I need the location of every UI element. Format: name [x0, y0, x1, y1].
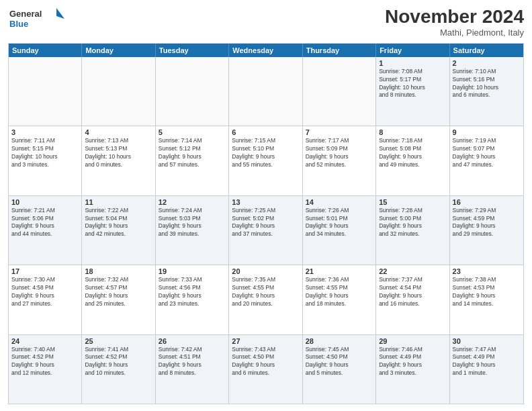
day-number: 19	[159, 267, 226, 275]
day-cell-1: 1Sunrise: 7:08 AM Sunset: 5:17 PM Daylig…	[376, 57, 449, 126]
day-number: 10	[11, 198, 79, 206]
day-cell-23: 23Sunrise: 7:38 AM Sunset: 4:53 PM Dayli…	[450, 265, 523, 334]
day-info: Sunrise: 7:15 AM Sunset: 5:10 PM Dayligh…	[232, 137, 299, 169]
day-cell-empty-0-2	[156, 57, 229, 126]
day-number: 5	[159, 128, 226, 136]
day-number: 12	[159, 198, 226, 206]
day-info: Sunrise: 7:25 AM Sunset: 5:02 PM Dayligh…	[232, 207, 299, 239]
day-info: Sunrise: 7:21 AM Sunset: 5:06 PM Dayligh…	[11, 207, 79, 239]
day-info: Sunrise: 7:40 AM Sunset: 4:52 PM Dayligh…	[11, 346, 79, 378]
day-info: Sunrise: 7:17 AM Sunset: 5:09 PM Dayligh…	[306, 137, 373, 169]
day-info: Sunrise: 7:35 AM Sunset: 4:55 PM Dayligh…	[232, 276, 299, 308]
day-number: 30	[453, 337, 521, 345]
day-info: Sunrise: 7:13 AM Sunset: 5:13 PM Dayligh…	[85, 137, 152, 169]
day-cell-empty-0-0	[9, 57, 82, 126]
logo-svg: General Blue	[8, 7, 69, 31]
day-cell-26: 26Sunrise: 7:42 AM Sunset: 4:51 PM Dayli…	[156, 335, 229, 404]
day-cell-empty-0-3	[229, 57, 302, 126]
day-number: 14	[306, 198, 373, 206]
week-row-4: 24Sunrise: 7:40 AM Sunset: 4:52 PM Dayli…	[9, 335, 523, 404]
day-cell-30: 30Sunrise: 7:47 AM Sunset: 4:49 PM Dayli…	[450, 335, 523, 404]
day-cell-19: 19Sunrise: 7:33 AM Sunset: 4:56 PM Dayli…	[156, 265, 229, 334]
day-cell-15: 15Sunrise: 7:28 AM Sunset: 5:00 PM Dayli…	[376, 196, 449, 265]
day-info: Sunrise: 7:45 AM Sunset: 4:50 PM Dayligh…	[306, 346, 373, 378]
day-cell-28: 28Sunrise: 7:45 AM Sunset: 4:50 PM Dayli…	[303, 335, 376, 404]
logo: General Blue	[8, 7, 69, 31]
day-cell-25: 25Sunrise: 7:41 AM Sunset: 4:52 PM Dayli…	[82, 335, 155, 404]
week-row-1: 3Sunrise: 7:11 AM Sunset: 5:15 PM Daylig…	[9, 126, 523, 195]
day-number: 3	[11, 128, 79, 136]
calendar: SundayMondayTuesdayWednesdayThursdayFrid…	[8, 43, 524, 404]
day-cell-18: 18Sunrise: 7:32 AM Sunset: 4:57 PM Dayli…	[82, 265, 155, 334]
day-number: 13	[232, 198, 299, 206]
day-number: 26	[159, 337, 226, 345]
day-number: 16	[453, 198, 521, 206]
day-cell-16: 16Sunrise: 7:29 AM Sunset: 4:59 PM Dayli…	[450, 196, 523, 265]
title-area: November 2024 Mathi, Piedmont, Italy	[385, 7, 524, 38]
day-info: Sunrise: 7:36 AM Sunset: 4:55 PM Dayligh…	[306, 276, 373, 308]
day-number: 4	[85, 128, 152, 136]
day-number: 21	[306, 267, 373, 275]
day-cell-22: 22Sunrise: 7:37 AM Sunset: 4:54 PM Dayli…	[376, 265, 449, 334]
day-info: Sunrise: 7:19 AM Sunset: 5:07 PM Dayligh…	[453, 137, 521, 169]
svg-text:General: General	[9, 9, 42, 19]
day-number: 1	[379, 59, 446, 67]
day-number: 25	[85, 337, 152, 345]
day-cell-24: 24Sunrise: 7:40 AM Sunset: 4:52 PM Dayli…	[9, 335, 82, 404]
day-info: Sunrise: 7:37 AM Sunset: 4:54 PM Dayligh…	[379, 276, 446, 308]
day-info: Sunrise: 7:47 AM Sunset: 4:49 PM Dayligh…	[453, 346, 521, 378]
day-cell-2: 2Sunrise: 7:10 AM Sunset: 5:16 PM Daylig…	[450, 57, 523, 126]
day-number: 2	[453, 59, 521, 67]
day-number: 22	[379, 267, 446, 275]
day-info: Sunrise: 7:43 AM Sunset: 4:50 PM Dayligh…	[232, 346, 299, 378]
day-number: 27	[232, 337, 299, 345]
day-info: Sunrise: 7:08 AM Sunset: 5:17 PM Dayligh…	[379, 68, 446, 100]
day-header-tuesday: Tuesday	[156, 44, 229, 57]
subtitle: Mathi, Piedmont, Italy	[385, 28, 524, 38]
day-info: Sunrise: 7:42 AM Sunset: 4:51 PM Dayligh…	[159, 346, 226, 378]
day-number: 8	[379, 128, 446, 136]
day-cell-14: 14Sunrise: 7:26 AM Sunset: 5:01 PM Dayli…	[303, 196, 376, 265]
day-info: Sunrise: 7:30 AM Sunset: 4:58 PM Dayligh…	[11, 276, 79, 308]
page: General Blue November 2024 Mathi, Piedmo…	[0, 0, 532, 411]
day-info: Sunrise: 7:38 AM Sunset: 4:53 PM Dayligh…	[453, 276, 521, 308]
day-number: 17	[11, 267, 79, 275]
day-info: Sunrise: 7:46 AM Sunset: 4:49 PM Dayligh…	[379, 346, 446, 378]
day-cell-3: 3Sunrise: 7:11 AM Sunset: 5:15 PM Daylig…	[9, 126, 82, 195]
day-cell-7: 7Sunrise: 7:17 AM Sunset: 5:09 PM Daylig…	[303, 126, 376, 195]
day-cell-4: 4Sunrise: 7:13 AM Sunset: 5:13 PM Daylig…	[82, 126, 155, 195]
day-info: Sunrise: 7:11 AM Sunset: 5:15 PM Dayligh…	[11, 137, 79, 169]
day-number: 18	[85, 267, 152, 275]
day-info: Sunrise: 7:22 AM Sunset: 5:04 PM Dayligh…	[85, 207, 152, 239]
day-header-sunday: Sunday	[9, 44, 82, 57]
day-header-wednesday: Wednesday	[229, 44, 302, 57]
day-cell-11: 11Sunrise: 7:22 AM Sunset: 5:04 PM Dayli…	[82, 196, 155, 265]
day-headers: SundayMondayTuesdayWednesdayThursdayFrid…	[9, 44, 523, 57]
day-cell-20: 20Sunrise: 7:35 AM Sunset: 4:55 PM Dayli…	[229, 265, 302, 334]
day-info: Sunrise: 7:18 AM Sunset: 5:08 PM Dayligh…	[379, 137, 446, 169]
day-number: 6	[232, 128, 299, 136]
day-cell-29: 29Sunrise: 7:46 AM Sunset: 4:49 PM Dayli…	[376, 335, 449, 404]
day-number: 11	[85, 198, 152, 206]
day-number: 9	[453, 128, 521, 136]
day-cell-12: 12Sunrise: 7:24 AM Sunset: 5:03 PM Dayli…	[156, 196, 229, 265]
day-info: Sunrise: 7:32 AM Sunset: 4:57 PM Dayligh…	[85, 276, 152, 308]
day-cell-13: 13Sunrise: 7:25 AM Sunset: 5:02 PM Dayli…	[229, 196, 302, 265]
day-number: 7	[306, 128, 373, 136]
day-cell-empty-0-1	[82, 57, 155, 126]
day-info: Sunrise: 7:33 AM Sunset: 4:56 PM Dayligh…	[159, 276, 226, 308]
day-header-thursday: Thursday	[303, 44, 376, 57]
day-info: Sunrise: 7:10 AM Sunset: 5:16 PM Dayligh…	[453, 68, 521, 100]
day-info: Sunrise: 7:41 AM Sunset: 4:52 PM Dayligh…	[85, 346, 152, 378]
week-row-3: 17Sunrise: 7:30 AM Sunset: 4:58 PM Dayli…	[9, 265, 523, 334]
day-number: 28	[306, 337, 373, 345]
day-number: 15	[379, 198, 446, 206]
weeks-container: 1Sunrise: 7:08 AM Sunset: 5:17 PM Daylig…	[9, 57, 523, 404]
day-header-friday: Friday	[376, 44, 449, 57]
day-cell-10: 10Sunrise: 7:21 AM Sunset: 5:06 PM Dayli…	[9, 196, 82, 265]
day-number: 20	[232, 267, 299, 275]
day-info: Sunrise: 7:28 AM Sunset: 5:00 PM Dayligh…	[379, 207, 446, 239]
day-number: 23	[453, 267, 521, 275]
day-header-monday: Monday	[82, 44, 155, 57]
day-info: Sunrise: 7:24 AM Sunset: 5:03 PM Dayligh…	[159, 207, 226, 239]
